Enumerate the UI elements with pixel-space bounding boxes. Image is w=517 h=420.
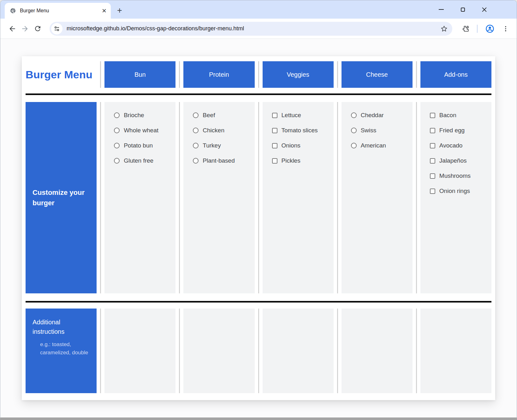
option-item-bacon[interactable]: Bacon	[430, 111, 489, 120]
puzzle-icon	[461, 25, 469, 33]
minimize-icon	[439, 9, 444, 10]
option-radio-american[interactable]	[351, 143, 357, 148]
option-label: Onion rings	[439, 188, 470, 195]
option-item-potato-bun[interactable]: Potato bun	[114, 141, 173, 150]
option-radio-gluten-free[interactable]	[114, 158, 120, 164]
tune-sliders-icon	[54, 26, 60, 32]
option-radio-turkey[interactable]	[193, 143, 199, 148]
tab-close-icon[interactable]: ×	[102, 7, 106, 15]
browser-tab[interactable]: Burger Menu ×	[5, 3, 111, 19]
option-label: Tomato slices	[282, 127, 318, 134]
notes-textarea-cheese[interactable]	[342, 309, 413, 393]
window-controls	[435, 0, 490, 19]
option-label: Bacon	[439, 112, 456, 119]
option-label: Pickles	[282, 157, 300, 164]
option-item-lettuce[interactable]: Lettuce	[272, 111, 331, 120]
notes-textarea-protein[interactable]	[183, 309, 254, 393]
toolbar-right-icons	[461, 24, 511, 33]
column-header-button-veggies[interactable]: Veggies	[263, 61, 334, 88]
column-header-button-bun[interactable]: Bun	[104, 61, 175, 88]
option-item-chicken[interactable]: Chicken	[193, 126, 252, 135]
option-checkbox-pickles[interactable]	[272, 158, 277, 164]
option-item-brioche[interactable]: Brioche	[114, 111, 173, 120]
option-label: Onions	[282, 142, 300, 149]
option-label: Fried egg	[439, 127, 465, 134]
option-label: Brioche	[124, 112, 144, 119]
option-radio-plant-based[interactable]	[193, 158, 199, 164]
option-radio-potato-bun[interactable]	[114, 143, 120, 148]
option-checkbox-avocado[interactable]	[430, 143, 435, 148]
column-header-button-cheese[interactable]: Cheese	[342, 61, 413, 88]
option-checkbox-tomato-slices[interactable]	[272, 128, 277, 133]
option-radio-brioche[interactable]	[114, 112, 120, 118]
profile-button[interactable]	[485, 24, 495, 33]
option-item-american[interactable]: American	[351, 141, 410, 150]
option-item-fried-egg[interactable]: Fried egg	[430, 126, 489, 135]
option-label: Lettuce	[282, 112, 301, 119]
option-item-tomato-slices[interactable]: Tomato slices	[272, 126, 331, 135]
option-item-whole-wheat[interactable]: Whole wheat	[114, 126, 173, 135]
option-checkbox-onion-rings[interactable]	[430, 189, 435, 194]
maximize-button[interactable]	[456, 3, 469, 16]
notes-textarea-veggies[interactable]	[263, 309, 334, 393]
option-radio-beef[interactable]	[193, 112, 199, 118]
bookmark-button[interactable]	[440, 25, 448, 33]
site-info-button[interactable]	[51, 23, 62, 34]
option-item-mushrooms[interactable]: Mushrooms	[430, 171, 489, 181]
new-tab-button[interactable]: +	[117, 6, 122, 15]
page-viewport: Burger Menu BunProteinVeggiesCheeseAdd-o…	[0, 39, 517, 418]
option-item-cheddar[interactable]: Cheddar	[351, 111, 410, 120]
notes-textarea-bun[interactable]	[104, 309, 175, 393]
forward-arrow-icon	[21, 25, 29, 33]
option-radio-chicken[interactable]	[193, 128, 199, 133]
option-radio-swiss[interactable]	[351, 128, 357, 133]
option-item-gluten-free[interactable]: Gluten free	[114, 156, 173, 165]
option-checkbox-onions[interactable]	[272, 143, 277, 148]
notes-cell-add-ons	[420, 309, 491, 393]
notes-textarea-add-ons[interactable]	[420, 309, 491, 393]
header-cell-add-ons: Add-ons	[420, 61, 491, 88]
option-radio-cheddar[interactable]	[351, 112, 357, 118]
instructions-row: Additional instructions e.g.: toasted, c…	[26, 309, 491, 393]
option-label: Potato bun	[124, 142, 153, 149]
options-column-protein: BeefChickenTurkeyPlant-based	[183, 102, 254, 293]
menu-button[interactable]	[502, 25, 509, 32]
options-column-bun: BriocheWhole wheatPotato bunGluten free	[104, 102, 175, 293]
option-checkbox-lettuce[interactable]	[272, 113, 277, 118]
option-label: American	[361, 142, 386, 149]
close-button[interactable]	[478, 3, 490, 16]
column-header-button-add-ons[interactable]: Add-ons	[420, 61, 491, 88]
option-label: Turkey	[203, 142, 221, 149]
option-item-onion-rings[interactable]: Onion rings	[430, 186, 489, 196]
header-cell-protein: Protein	[183, 61, 254, 88]
option-checkbox-jalape-os[interactable]	[430, 158, 435, 164]
option-checkbox-fried-egg[interactable]	[430, 128, 435, 133]
option-checkbox-mushrooms[interactable]	[430, 173, 435, 179]
option-item-pickles[interactable]: Pickles	[272, 156, 331, 165]
option-radio-whole-wheat[interactable]	[114, 128, 120, 133]
title-cell: Burger Menu	[26, 61, 97, 88]
page-title: Burger Menu	[26, 69, 92, 81]
notes-cell-veggies	[263, 309, 334, 393]
header-cell-cheese: Cheese	[342, 61, 413, 88]
close-icon	[482, 7, 487, 12]
minimize-button[interactable]	[435, 3, 448, 16]
option-item-beef[interactable]: Beef	[193, 111, 252, 120]
column-header-button-protein[interactable]: Protein	[183, 61, 254, 88]
extensions-button[interactable]	[461, 25, 469, 33]
option-checkbox-bacon[interactable]	[430, 113, 435, 118]
option-item-turkey[interactable]: Turkey	[193, 141, 252, 150]
address-bar[interactable]: microsoftedge.github.io/Demos/css-gap-de…	[50, 22, 452, 36]
header-cell-bun: Bun	[104, 61, 175, 88]
back-button[interactable]	[6, 22, 19, 35]
tab-strip: Burger Menu × +	[0, 0, 517, 19]
option-item-plant-based[interactable]: Plant-based	[193, 156, 252, 165]
instructions-banner: Additional instructions e.g.: toasted, c…	[26, 309, 97, 393]
instructions-hint: e.g.: toasted, caramelized, double	[40, 340, 90, 357]
option-item-avocado[interactable]: Avocado	[430, 141, 489, 150]
reload-button[interactable]	[31, 22, 44, 35]
option-item-onions[interactable]: Onions	[272, 141, 331, 150]
option-item-jalape-os[interactable]: Jalapeños	[430, 156, 489, 165]
forward-button[interactable]	[19, 22, 31, 35]
option-item-swiss[interactable]: Swiss	[351, 126, 410, 135]
